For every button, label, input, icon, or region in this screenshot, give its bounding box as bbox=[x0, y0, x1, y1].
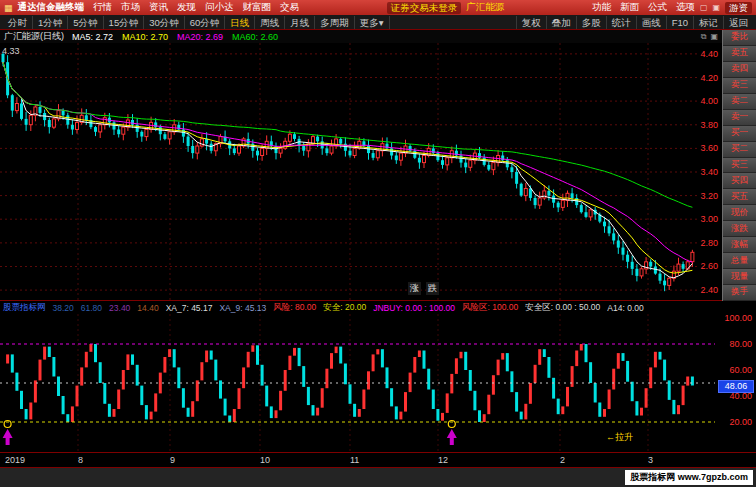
toolbar-right-group: 复权叠加多股统计画线F10标记返回 bbox=[516, 16, 753, 29]
quote-label-button[interactable]: 涨跌 bbox=[723, 221, 756, 237]
period-tab[interactable]: 60分钟 bbox=[185, 16, 226, 29]
quote-label-button[interactable]: 卖三 bbox=[723, 78, 756, 94]
price-tick: 3.20 bbox=[700, 192, 718, 201]
menu-item[interactable]: 行情 bbox=[93, 1, 112, 14]
indicator-token: JNBUY: 0.00 : 100.00 bbox=[373, 303, 455, 313]
date-axis: 20198910111223 bbox=[0, 452, 756, 467]
period-tab[interactable]: 日线 bbox=[225, 16, 255, 29]
menu-item[interactable]: 新面 bbox=[620, 1, 639, 14]
menu-item-group: 行情市场资讯发现问小达财富圈交易 bbox=[93, 1, 299, 14]
price-tick: 3.80 bbox=[700, 121, 718, 130]
date-tick: 3 bbox=[648, 455, 653, 465]
ma-label: MA5: 2.72 bbox=[72, 32, 113, 42]
menu-right-group: 功能新面公式选项 bbox=[592, 1, 695, 14]
price-tick: 2.80 bbox=[700, 239, 718, 248]
indicator-token: 38.20 bbox=[53, 303, 74, 313]
price-tick: 4.40 bbox=[700, 50, 718, 59]
quote-label-button[interactable]: 买二 bbox=[723, 142, 756, 158]
candlestick-chart[interactable] bbox=[0, 43, 722, 301]
period-tab[interactable]: 月线 bbox=[285, 16, 315, 29]
period-tab[interactable]: 30分钟 bbox=[144, 16, 185, 29]
period-tab[interactable]: 更多▾ bbox=[355, 16, 390, 29]
date-tick: 2019 bbox=[5, 455, 25, 465]
indicator-panel: 100.0080.0060.0040.0020.00 48.06 ←拉升 bbox=[0, 314, 756, 452]
quote-label-button[interactable]: 买一 bbox=[723, 126, 756, 142]
toolbar-button[interactable]: F10 bbox=[666, 16, 693, 29]
login-status-badge[interactable]: 证券交易未登录 bbox=[387, 2, 462, 14]
buy-signal-arrow-icon bbox=[3, 429, 13, 445]
toolbar-button[interactable]: 统计 bbox=[606, 16, 636, 29]
toolbar-button[interactable]: 标记 bbox=[693, 16, 723, 29]
toolbar-button[interactable]: 多股 bbox=[576, 16, 606, 29]
toolbar-button[interactable]: 画线 bbox=[636, 16, 666, 29]
quote-label-button[interactable]: 卖五 bbox=[723, 46, 756, 62]
indicator-token: 安全: 20.00 bbox=[323, 302, 366, 314]
panel-layout-icon[interactable]: ▢ bbox=[700, 3, 708, 12]
price-tick: 2.40 bbox=[700, 286, 718, 295]
period-tab[interactable]: 1分钟 bbox=[33, 16, 68, 29]
quote-label-button[interactable]: 买四 bbox=[723, 173, 756, 189]
menu-item[interactable]: 财富圈 bbox=[243, 1, 272, 14]
date-tick: 11 bbox=[350, 455, 359, 465]
quote-label-button[interactable]: 买五 bbox=[723, 189, 756, 205]
ma-label: MA10: 2.70 bbox=[122, 32, 168, 42]
indicator-tick: 40.00 bbox=[729, 392, 752, 401]
quote-label-button[interactable]: 委比 bbox=[723, 30, 756, 46]
date-tick: 8 bbox=[78, 455, 83, 465]
date-tick: 10 bbox=[260, 455, 270, 465]
menu-item[interactable]: 市场 bbox=[121, 1, 140, 14]
app-window: ▦ 通达信金融终端 行情市场资讯发现问小达财富圈交易 证券交易未登录 广汇能源 … bbox=[0, 0, 756, 487]
oscillator-chart[interactable] bbox=[0, 314, 756, 452]
period-tab[interactable]: 周线 bbox=[255, 16, 285, 29]
chart-titlebar: 广汇能源(日线) MA5: 2.72MA10: 2.70MA20: 2.69MA… bbox=[0, 30, 722, 43]
quote-label-button[interactable]: 涨幅 bbox=[723, 237, 756, 253]
quote-label-button[interactable]: 卖四 bbox=[723, 62, 756, 78]
ma-label: MA60: 2.60 bbox=[232, 32, 278, 42]
menu-item[interactable]: 公式 bbox=[648, 1, 667, 14]
toolbar-button[interactable]: 返回 bbox=[723, 16, 753, 29]
kline-chart-section: 广汇能源(日线) MA5: 2.72MA10: 2.70MA20: 2.69MA… bbox=[0, 29, 756, 300]
indicator-token: 安全区: 0.00 : 50.00 bbox=[525, 302, 600, 314]
panel-grid-icon[interactable]: ▣ bbox=[712, 3, 720, 12]
toolbar-button[interactable]: 叠加 bbox=[546, 16, 576, 29]
price-tick: 2.60 bbox=[700, 262, 718, 271]
date-tick: 2 bbox=[560, 455, 565, 465]
period-tab[interactable]: 15分钟 bbox=[104, 16, 145, 29]
menu-item[interactable]: 交易 bbox=[280, 1, 299, 14]
period-tab[interactable]: 分时 bbox=[3, 16, 33, 29]
stock-name-label: 广汇能源 bbox=[466, 1, 504, 14]
menu-item[interactable]: 问小达 bbox=[205, 1, 234, 14]
ma-label-group: MA5: 2.72MA10: 2.70MA20: 2.69MA60: 2.60 bbox=[72, 32, 278, 42]
kline-chart-main: 广汇能源(日线) MA5: 2.72MA10: 2.70MA20: 2.69MA… bbox=[0, 30, 722, 301]
quote-label-button[interactable]: 现价 bbox=[723, 205, 756, 221]
period-high-price-label: 4.33 bbox=[2, 46, 20, 56]
menu-item[interactable]: 功能 bbox=[592, 1, 611, 14]
watermark-badge: 股票指标网 www.7gpzb.com bbox=[625, 470, 753, 485]
menu-item[interactable]: 选项 bbox=[676, 1, 695, 14]
chart-title: 广汇能源(日线) bbox=[4, 30, 64, 43]
menu-item[interactable]: 发现 bbox=[177, 1, 196, 14]
expand-panel-icon[interactable]: ⧉ bbox=[701, 32, 707, 42]
quote-label-button[interactable]: 买三 bbox=[723, 158, 756, 174]
quote-label-button[interactable]: 现量 bbox=[723, 269, 756, 285]
ma-label: MA20: 2.69 bbox=[177, 32, 223, 42]
quote-label-button[interactable]: 卖二 bbox=[723, 94, 756, 110]
period-tab[interactable]: 5分钟 bbox=[68, 16, 103, 29]
toolbar-button[interactable]: 复权 bbox=[516, 16, 546, 29]
period-tab[interactable]: 多周期 bbox=[315, 16, 355, 29]
quote-label-button[interactable]: 卖一 bbox=[723, 110, 756, 126]
quote-label-button[interactable]: 换手 bbox=[723, 285, 756, 301]
updown-overlay: 涨跌 bbox=[408, 282, 439, 295]
close-panel-icon[interactable]: ▣ bbox=[710, 32, 718, 42]
quote-label-button[interactable]: 总量 bbox=[723, 253, 756, 269]
indicator-token: 23.40 bbox=[109, 303, 130, 313]
indicator-token: XA_7: 45.17 bbox=[166, 303, 213, 313]
menu-item-hot-money[interactable]: 游资 bbox=[725, 2, 752, 14]
menu-item[interactable]: 资讯 bbox=[149, 1, 168, 14]
price-tick: 3.40 bbox=[700, 168, 718, 177]
indicator-current-value-badge: 48.06 bbox=[718, 380, 754, 393]
indicator-token: 14.40 bbox=[137, 303, 158, 313]
price-tick: 4.00 bbox=[700, 97, 718, 106]
updown-label: 跌 bbox=[426, 282, 439, 295]
indicator-tick: 60.00 bbox=[729, 366, 752, 375]
